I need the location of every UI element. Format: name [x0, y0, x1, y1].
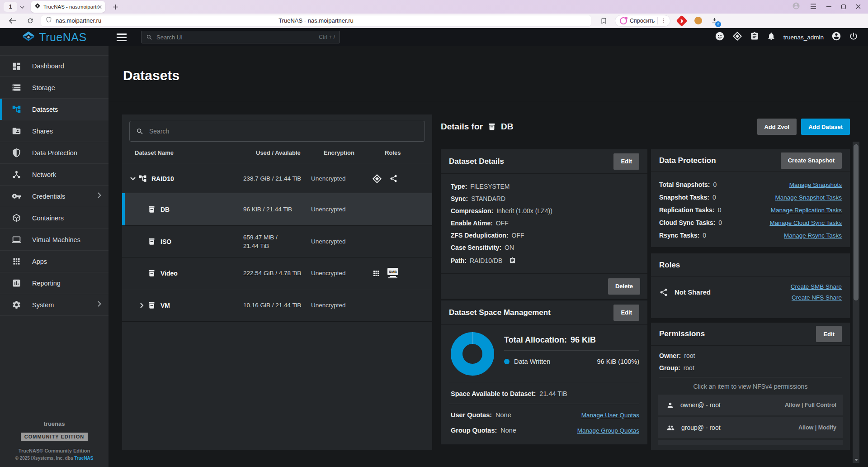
- sidebar-item-datasets[interactable]: Datasets: [0, 99, 108, 120]
- table-row[interactable]: Video 222.54 GiB / 4.78 TiB Unencrypted …: [122, 257, 432, 289]
- ask-menu-icon[interactable]: ⋮: [660, 17, 666, 24]
- sidebar-item-label: Apps: [32, 258, 47, 265]
- acl-item-group[interactable]: group@ - root Allow | Modify: [658, 417, 843, 438]
- sidebar-footer: truenas COMMUNITY EDITION TrueNAS® Commu…: [0, 420, 108, 461]
- main-content: Datasets Dataset Name Used / Available E…: [108, 46, 868, 467]
- manage-user-quotas-link[interactable]: Manage User Quotas: [581, 412, 639, 419]
- sidebar-item-system[interactable]: System: [0, 294, 108, 316]
- bookmark-icon[interactable]: [598, 15, 609, 27]
- create-snapshot-button[interactable]: Create Snapshot: [781, 152, 842, 169]
- tab-close-icon[interactable]: [98, 3, 102, 11]
- sidebar-item-apps[interactable]: Apps: [0, 251, 108, 272]
- details-scrollbar[interactable]: [853, 142, 859, 463]
- edit-space-button[interactable]: Edit: [613, 305, 639, 321]
- divider: [657, 17, 658, 24]
- field-value: 0: [703, 232, 706, 239]
- sidebar-item-label: Data Protection: [32, 149, 77, 157]
- copyright-brand-link[interactable]: TrueNAS: [74, 456, 93, 461]
- table-row[interactable]: ISO 659.47 MiB / 21.44 TiB Unencrypted: [122, 226, 432, 257]
- jobs-icon[interactable]: [750, 32, 759, 43]
- account-icon[interactable]: [831, 31, 841, 43]
- table-row-selected[interactable]: DB 96 KiB / 21.44 TiB Unencrypted: [122, 193, 432, 226]
- power-icon[interactable]: [849, 32, 858, 43]
- sidebar-item-virtual-machines[interactable]: Virtual Machines: [0, 229, 108, 251]
- sidebar-item-shares[interactable]: Shares: [0, 120, 108, 142]
- ask-button[interactable]: Спросить ⋮: [615, 15, 670, 27]
- share-icon: [659, 288, 668, 297]
- window-minimize-icon[interactable]: [826, 6, 831, 7]
- sidebar-item-credentials[interactable]: Credentials: [0, 186, 108, 207]
- dataset-search[interactable]: [129, 121, 425, 142]
- browser-tab[interactable]: TrueNAS - nas.moipartn: [31, 1, 105, 13]
- chevron-right-icon[interactable]: [137, 303, 147, 308]
- truecommand-icon[interactable]: [732, 31, 742, 43]
- dataset-search-input[interactable]: [149, 128, 418, 135]
- window-restore-icon[interactable]: [841, 5, 846, 9]
- col-header-roles: Roles: [385, 149, 432, 156]
- table-row[interactable]: VM 10.16 GiB / 21.44 TiB Unencrypted: [122, 289, 432, 322]
- manage-cloud-sync-tasks-link[interactable]: Manage Cloud Sync Tasks: [769, 219, 842, 226]
- manage-snapshots-link[interactable]: Manage Snapshots: [789, 181, 842, 188]
- tab-list-chevron-icon[interactable]: [20, 3, 24, 11]
- reporting-icon: [12, 278, 21, 288]
- acl-item-owner[interactable]: owner@ - root Allow | Full Control: [658, 395, 843, 415]
- extension-yandex-icon[interactable]: [677, 16, 687, 26]
- create-smb-share-link[interactable]: Create SMB Share: [791, 283, 842, 290]
- manage-rsync-tasks-link[interactable]: Manage Rsync Tasks: [784, 232, 842, 239]
- global-search-input[interactable]: [156, 34, 315, 41]
- chevron-right-icon: [98, 300, 101, 309]
- create-nfs-share-link[interactable]: Create NFS Share: [792, 294, 842, 301]
- share-status-label: Not Shared: [675, 288, 711, 296]
- browser-profile-icon[interactable]: [792, 2, 800, 12]
- acl-item-partial[interactable]: [658, 440, 843, 445]
- sidebar-item-reporting[interactable]: Reporting: [0, 272, 108, 294]
- url-input[interactable]: nas.moipartner.ru TrueNAS - nas.moipartn…: [41, 15, 591, 27]
- divider: [659, 377, 842, 377]
- scroll-down-icon[interactable]: [853, 457, 859, 463]
- tab-title: TrueNAS - nas.moipartn: [43, 4, 98, 10]
- encryption: Unencrypted: [311, 175, 372, 182]
- extension-cookie-icon[interactable]: [693, 16, 703, 26]
- sidebar-item-dashboard[interactable]: Dashboard: [0, 55, 108, 77]
- tab-counter[interactable]: 1: [4, 2, 17, 12]
- manage-group-quotas-link[interactable]: Manage Group Quotas: [577, 427, 639, 434]
- sidebar-item-storage[interactable]: Storage: [0, 77, 108, 99]
- truenas-logo[interactable]: TrueNAS: [0, 30, 108, 44]
- add-zvol-button[interactable]: Add Zvol: [757, 119, 797, 135]
- downloads-icon[interactable]: 2: [709, 16, 719, 26]
- window-close-icon[interactable]: [856, 3, 861, 11]
- table-row[interactable]: RAID10 238.7 GiB / 21.44 TiB Unencrypted: [122, 164, 432, 193]
- field-label: ZFS Deduplication:: [451, 232, 509, 239]
- sidebar-item-label: Reporting: [32, 280, 61, 287]
- global-search[interactable]: Ctrl + /: [141, 31, 340, 43]
- new-tab-button[interactable]: [110, 1, 121, 12]
- sidebar-item-network[interactable]: Network: [0, 164, 108, 186]
- permissions-card: Permissions Edit Owner:root Group:root C…: [651, 323, 850, 450]
- chevron-down-icon[interactable]: [127, 177, 138, 181]
- back-icon[interactable]: [6, 15, 18, 27]
- total-allocation-label: Total Allocation:: [504, 335, 567, 345]
- sidebar-item-containers[interactable]: Containers: [0, 207, 108, 229]
- scrollbar-thumb[interactable]: [854, 144, 859, 300]
- feedback-icon[interactable]: [715, 31, 725, 43]
- delete-dataset-button[interactable]: Delete: [608, 278, 640, 295]
- field-value: 0: [713, 181, 717, 188]
- field-value: 0: [718, 219, 722, 226]
- sidebar-item-data-protection[interactable]: Data Protection: [0, 142, 108, 164]
- card-title: Dataset Space Management: [449, 308, 551, 317]
- field-label: Replication Tasks:: [659, 206, 715, 214]
- edit-dataset-details-button[interactable]: Edit: [613, 153, 639, 170]
- browser-menu-icon[interactable]: [810, 3, 816, 11]
- search-icon: [136, 128, 144, 135]
- site-security-icon[interactable]: [46, 16, 52, 25]
- add-dataset-button[interactable]: Add Dataset: [801, 119, 850, 135]
- field-label: Compression:: [451, 207, 493, 214]
- sidebar-toggle-icon[interactable]: [117, 31, 128, 43]
- copy-path-icon[interactable]: [509, 257, 516, 264]
- edit-permissions-button[interactable]: Edit: [816, 326, 842, 342]
- used-available: 222.54 GiB / 4.78 TiB: [243, 269, 311, 277]
- alerts-bell-icon[interactable]: [767, 32, 776, 43]
- manage-replication-tasks-link[interactable]: Manage Replication Tasks: [771, 207, 842, 214]
- reload-icon[interactable]: [24, 15, 36, 27]
- manage-snapshot-tasks-link[interactable]: Manage Snapshot Tasks: [775, 194, 842, 201]
